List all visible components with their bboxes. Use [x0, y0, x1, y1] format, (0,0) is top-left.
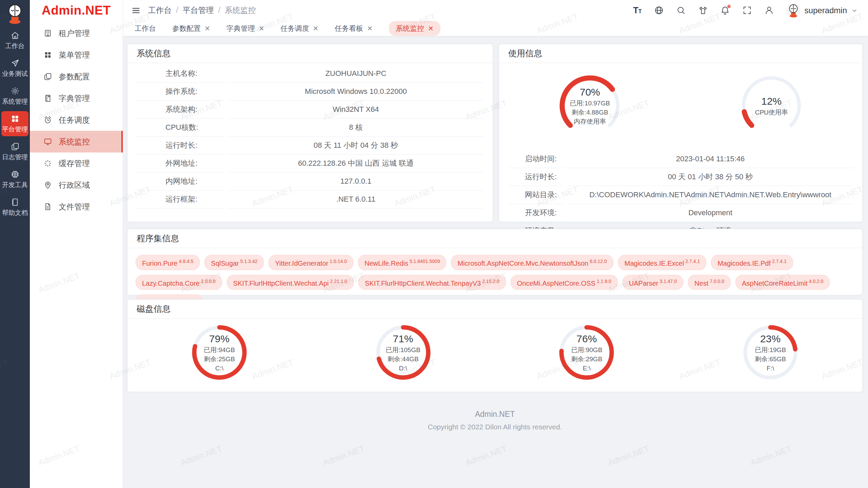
- tab-close-icon[interactable]: ✕: [313, 25, 319, 32]
- tab-close-icon[interactable]: ✕: [428, 25, 434, 32]
- sidebar-item-5[interactable]: 系统监控: [30, 131, 123, 152]
- system-info-label: 操作系统:: [136, 83, 224, 101]
- assemblies-title: 程序集信息: [127, 229, 862, 248]
- system-info-row-7: 运行框架:.NET 6.0.11: [136, 190, 484, 208]
- package-name: AspNetCoreRateLimit: [742, 279, 807, 287]
- sidebar-item-label: 菜单管理: [59, 50, 90, 60]
- language-icon[interactable]: [654, 5, 664, 15]
- assemblies-panel: 程序集信息 Furion.Pure4.8.4.5SqlSugar5.1.3.42…: [127, 229, 863, 295]
- package-badge-13: AspNetCoreRateLimit4.0.2.0: [735, 275, 830, 290]
- fullscreen-icon[interactable]: [742, 5, 752, 15]
- breadcrumb-item-0[interactable]: 工作台: [148, 5, 172, 16]
- package-version: 5.1.3.42: [240, 259, 258, 264]
- rail-item-label: 业务测试: [2, 69, 28, 78]
- app-logo-text[interactable]: Admin.NET: [30, 0, 123, 21]
- theme-icon[interactable]: [698, 5, 708, 15]
- package-badge-9: SKIT.FlurlHttpClient.Wechat.TenpayV32.15…: [358, 275, 506, 290]
- notification-icon[interactable]: [720, 5, 730, 15]
- disk-d-chart: 71%已用:105GB剩余:44GBD:\: [374, 323, 432, 382]
- sidebar-item-3[interactable]: 字典管理: [30, 87, 123, 109]
- package-name: Yitter.IdGenerator: [275, 260, 328, 267]
- send-icon: [11, 59, 20, 68]
- disk-f-labels: 23%已用:19GB剩余:65GBF:\: [741, 323, 800, 382]
- rail-item-2[interactable]: 系统管理: [1, 83, 28, 108]
- search-icon[interactable]: [676, 5, 686, 15]
- rail-item-1[interactable]: 业务测试: [1, 56, 28, 81]
- package-version: 5.1.8401.5009: [410, 259, 440, 264]
- breadcrumb-item-1[interactable]: 平台管理: [182, 5, 214, 16]
- tab-0[interactable]: 工作台: [135, 24, 156, 33]
- ring-line: 剩余:65GB: [755, 354, 786, 364]
- disk-c-percent: 79%: [209, 332, 230, 345]
- ring-line: CPU使用率: [755, 108, 788, 117]
- rail-item-4[interactable]: 日志管理: [1, 139, 28, 164]
- tab-close-icon[interactable]: ✕: [367, 25, 373, 32]
- system-info-row-4: 运行时长:08 天 11 小时 04 分 38 秒: [136, 137, 484, 155]
- rail-item-5[interactable]: 开发工具: [1, 167, 28, 192]
- disk-f-chart: 23%已用:19GB剩余:65GBF:\: [741, 323, 800, 382]
- rail-item-3[interactable]: 平台管理: [1, 111, 28, 136]
- sidebar-item-label: 字典管理: [59, 93, 90, 104]
- disk-d-labels: 71%已用:105GB剩余:44GBD:\: [374, 323, 432, 382]
- usage-info-title: 使用信息: [499, 44, 862, 63]
- collapse-menu-icon[interactable]: [131, 6, 141, 15]
- breadcrumb: 工作台/平台管理/系统监控: [148, 5, 256, 16]
- disk-c-chart: 79%已用:94GB剩余:25GBC:\: [190, 323, 249, 382]
- system-info-label: 主机名称:: [136, 65, 224, 83]
- user-menu[interactable]: superadmin: [786, 3, 858, 18]
- disk-d-percent: 71%: [393, 332, 413, 345]
- tab-4[interactable]: 任务看板✕: [335, 24, 373, 33]
- notification-dot: [727, 5, 731, 8]
- ring-line: 内存使用率: [574, 117, 606, 126]
- ring-line: 剩余:25GB: [204, 354, 235, 364]
- system-info-row-0: 主机名称:ZUOHUAIJUN-PC: [136, 65, 484, 83]
- package-name: Furion.Pure: [142, 260, 178, 267]
- tab-label: 字典管理: [226, 24, 255, 33]
- sidebar-item-0[interactable]: 租户管理: [30, 22, 123, 44]
- system-info-row-1: 操作系统:Microsoft Windows 10.0.22000: [136, 83, 484, 101]
- package-version: 4.8.4.5: [179, 259, 194, 264]
- cpu-usage-chart: 12%CPU使用率: [738, 73, 805, 139]
- ring-line: 剩余:29GB: [571, 354, 602, 364]
- system-info-label: 运行时长:: [136, 137, 224, 155]
- rail-item-0[interactable]: 工作台: [1, 28, 28, 53]
- memory-usage-chart: 70%已用:10.97GB剩余:4.88GB内存使用率: [557, 73, 623, 139]
- mascot-logo-icon[interactable]: [5, 3, 25, 24]
- main-area: 工作台/平台管理/系统监控 TT superadmin 工作台参数配置✕字典管理…: [123, 0, 868, 488]
- notebook-icon: [43, 94, 52, 103]
- tab-close-icon[interactable]: ✕: [204, 25, 210, 32]
- sidebar-item-2[interactable]: 参数配置: [30, 66, 123, 87]
- ring-line: 已用:94GB: [204, 345, 235, 354]
- rail-item-6[interactable]: 帮助文档: [1, 195, 28, 220]
- disk-e-slot: 76%已用:90GB剩余:29GBE:\: [495, 323, 679, 382]
- chevron-down-icon: [851, 7, 858, 14]
- package-version: 7.0.0.0: [710, 279, 724, 284]
- tab-1[interactable]: 参数配置✕: [172, 24, 210, 33]
- font-size-icon[interactable]: TT: [633, 6, 642, 15]
- sidebar-item-label: 租户管理: [59, 28, 90, 39]
- disk-e-labels: 76%已用:90GB剩余:29GBE:\: [557, 323, 616, 382]
- footer-copyright: Copyright © 2022 Dilon All rights reserv…: [127, 423, 863, 431]
- sidebar-item-4[interactable]: 任务调度: [30, 109, 123, 131]
- profile-icon[interactable]: [764, 5, 774, 15]
- package-name: SKIT.FlurlHttpClient.Wechat.TenpayV3: [365, 279, 481, 287]
- package-version: 1.0.14.0: [330, 259, 347, 264]
- tab-2[interactable]: 字典管理✕: [226, 24, 264, 33]
- disk-f-slot: 23%已用:19GB剩余:65GBF:\: [678, 323, 862, 382]
- chip-icon: [11, 170, 20, 179]
- sidebar-item-6[interactable]: 缓存管理: [30, 152, 123, 174]
- sidebar-item-1[interactable]: 菜单管理: [30, 44, 123, 66]
- tabs-bar: 工作台参数配置✕字典管理✕任务调度✕任务看板✕系统监控✕: [123, 21, 868, 36]
- disk-e-chart: 76%已用:90GB剩余:29GBE:\: [557, 323, 616, 382]
- sidebar-item-8[interactable]: 文件管理: [30, 196, 123, 218]
- disk-f-percent: 23%: [760, 332, 781, 345]
- ring-line: 剩余:4.88GB: [572, 108, 608, 117]
- sidebar-item-7[interactable]: 行政区域: [30, 174, 123, 196]
- sidebar-item-label: 文件管理: [59, 202, 90, 212]
- rail-item-label: 系统管理: [2, 97, 28, 106]
- tab-3[interactable]: 任务调度✕: [281, 24, 319, 33]
- tab-5[interactable]: 系统监控✕: [389, 21, 440, 36]
- package-version: 2.21.1.0: [330, 279, 348, 284]
- tab-close-icon[interactable]: ✕: [259, 25, 264, 32]
- home-icon: [11, 31, 20, 40]
